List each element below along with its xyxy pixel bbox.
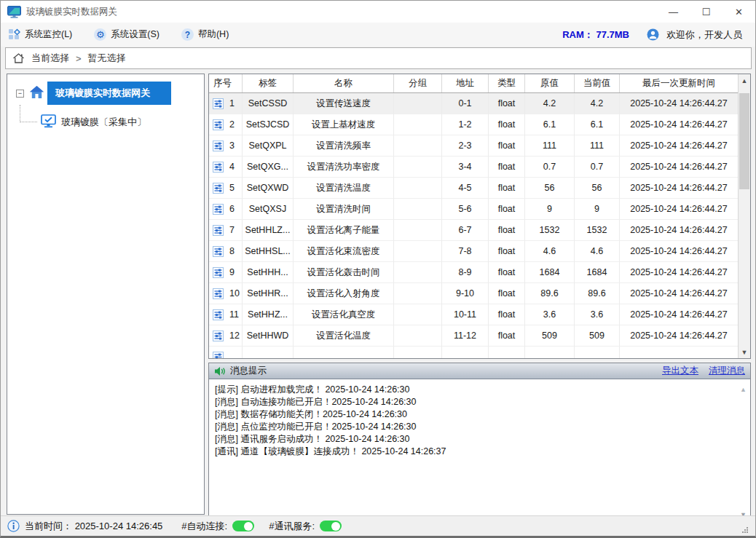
message-line: [消息] 通讯服务启动成功！ 2025-10-24 14:26:30 xyxy=(215,433,744,446)
table-row[interactable]: 4SetQXG...设置清洗功率密度3-4float0.70.72025-10-… xyxy=(209,157,738,178)
resize-grip-icon[interactable] xyxy=(741,526,749,534)
clear-messages-link[interactable]: 清理消息 xyxy=(709,365,745,377)
table-cell: 设置清洗频率 xyxy=(294,135,394,157)
table-row[interactable]: 8SetHHSL...设置活化束流密度7-8float4.64.62025-10… xyxy=(209,241,738,262)
table-row[interactable]: 5SetQXWD设置清洗温度4-5float56562025-10-24 14:… xyxy=(209,178,738,199)
table-cell: 2-3 xyxy=(442,135,489,157)
home-icon xyxy=(29,85,44,102)
comm-service-status: #通讯服务: xyxy=(269,520,342,533)
tree-child-label: 玻璃镀膜〔采集中〕 xyxy=(61,116,146,129)
sliders-icon xyxy=(213,352,224,359)
breadcrumb: 当前选择 > 暂无选择 xyxy=(5,47,752,69)
app-icon xyxy=(7,6,21,18)
title-bar: 玻璃镀膜实时数据网关 — ☐ ✕ xyxy=(1,1,755,23)
table-cell: 9 xyxy=(525,199,575,220)
menu-label: 系统设置(S) xyxy=(111,28,160,41)
table-cell: 12 xyxy=(209,325,243,347)
grid-vertical-scrollbar[interactable]: ▲ ▼ xyxy=(738,74,750,358)
table-cell: 2025-10-24 14:26:44.27 xyxy=(620,262,738,283)
column-header[interactable]: 分组 xyxy=(394,74,442,92)
table-row[interactable]: 2SetSJCSD设置上基材速度1-2float6.16.12025-10-24… xyxy=(209,114,738,135)
table-cell: 1684 xyxy=(575,262,620,283)
export-text-link[interactable]: 导出文本 xyxy=(662,365,698,377)
table-cell: SetHHWD xyxy=(243,325,294,347)
table-cell: SetHHLZ... xyxy=(243,220,294,241)
table-row[interactable]: 6SetQXSJ设置清洗时间5-6float992025-10-24 14:26… xyxy=(209,199,738,220)
table-cell: 设置活化温度 xyxy=(294,325,394,347)
table-cell xyxy=(489,347,525,358)
table-cell: 1532 xyxy=(575,220,620,241)
table-cell: float xyxy=(489,178,525,199)
column-header[interactable]: 类型 xyxy=(489,74,525,92)
table-cell: 5 xyxy=(209,178,243,199)
table-cell xyxy=(575,347,620,358)
sliders-icon xyxy=(213,309,224,320)
table-cell: 2025-10-24 14:26:44.27 xyxy=(620,241,738,262)
tree-panel: − 玻璃镀膜实时数据网关 玻璃镀膜〔采集中〕 xyxy=(7,74,205,515)
table-cell: float xyxy=(489,157,525,178)
table-cell: 1-2 xyxy=(442,114,489,135)
table-cell: 11 xyxy=(209,304,243,325)
column-header[interactable]: 序号 xyxy=(209,74,243,92)
table-cell: 2 xyxy=(209,114,243,135)
column-header[interactable]: 最后一次更新时间 xyxy=(620,74,738,92)
table-cell: 8-9 xyxy=(442,262,489,283)
sliders-icon xyxy=(213,288,224,299)
table-cell: 3-4 xyxy=(442,157,489,178)
table-cell: float xyxy=(489,325,525,347)
table-cell xyxy=(243,347,294,358)
table-row[interactable]: 3SetQXPL设置清洗频率2-3float1111112025-10-24 1… xyxy=(209,135,738,157)
comm-service-toggle[interactable] xyxy=(320,521,342,531)
close-button[interactable]: ✕ xyxy=(722,1,755,23)
table-cell: SetHHZ... xyxy=(243,304,294,325)
auto-connect-toggle[interactable] xyxy=(232,521,254,531)
table-cell: SetQXWD xyxy=(243,178,294,199)
table-cell xyxy=(525,347,575,358)
menu-item-help[interactable]: ? 帮助(H) xyxy=(181,28,229,41)
table-row[interactable]: 11SetHHZ...设置活化真空度10-11float3.63.62025-1… xyxy=(209,304,738,325)
scroll-up-icon[interactable]: ▲ xyxy=(740,384,747,396)
table-cell: 2025-10-24 14:26:44.27 xyxy=(620,114,738,135)
message-panel-title: 消息提示 xyxy=(230,365,267,377)
menu-item-system-monitor[interactable]: 系统监控(L) xyxy=(8,28,72,41)
table-row[interactable]: 10SetHHR...设置活化入射角度9-10float89.689.62025… xyxy=(209,283,738,304)
table-cell: 3.6 xyxy=(575,304,620,325)
column-header[interactable]: 当前值 xyxy=(575,74,620,92)
message-line: [通讯] 通道【玻璃镀膜】连接成功！ 2025-10-24 14:26:37 xyxy=(215,446,744,458)
table-cell: 2025-10-24 14:26:44.27 xyxy=(620,157,738,178)
column-header[interactable]: 标签 xyxy=(243,74,294,92)
menu-item-system-settings[interactable]: ⚙ 系统设置(S) xyxy=(94,28,160,41)
tree-node-channel[interactable]: 玻璃镀膜〔采集中〕 xyxy=(7,112,204,132)
current-time: 当前时间： 2025-10-24 14:26:45 xyxy=(7,520,162,533)
table-cell: 11-12 xyxy=(442,325,489,347)
collapse-icon[interactable]: − xyxy=(16,90,24,98)
table-cell: 设置活化入射角度 xyxy=(294,283,394,304)
message-panel: 消息提示 导出文本 清理消息 ▲ ▼ [提示] 启动进程加载完成！ 2025-1… xyxy=(208,363,751,518)
scroll-down-icon[interactable]: ▼ xyxy=(739,346,750,358)
table-row[interactable]: 1SetCSSD设置传送速度0-1float4.24.22025-10-24 1… xyxy=(209,93,738,114)
breadcrumb-label: 当前选择 xyxy=(31,52,69,65)
table-row[interactable]: 12SetHHWD设置活化温度11-12float5095092025-10-2… xyxy=(209,325,738,347)
table-cell: 6.1 xyxy=(575,114,620,135)
table-row[interactable] xyxy=(209,347,738,358)
message-list[interactable]: ▲ ▼ [提示] 启动进程加载完成！ 2025-10-24 14:26:30[消… xyxy=(209,379,750,462)
message-line: [消息] 数据存储功能关闭！2025-10-24 14:26:30 xyxy=(215,408,744,421)
table-cell xyxy=(442,347,489,358)
table-cell: 10 xyxy=(209,283,243,304)
tree-node-root[interactable]: − 玻璃镀膜实时数据网关 xyxy=(7,82,204,105)
table-cell: float xyxy=(489,262,525,283)
table-row[interactable]: 7SetHHLZ...设置活化离子能量6-7float153215322025-… xyxy=(209,220,738,241)
table-header-row: 序号 标签 名称 分组 地址 类型 原值 当前值 最后一次更新时间 xyxy=(209,74,738,93)
table-cell: 设置活化轰击时间 xyxy=(294,262,394,283)
table-cell: 2025-10-24 14:26:44.27 xyxy=(620,283,738,304)
column-header[interactable]: 名称 xyxy=(294,74,394,92)
table-cell: 设置清洗温度 xyxy=(294,178,394,199)
scrollbar-thumb[interactable] xyxy=(739,93,749,189)
table-cell xyxy=(394,135,442,157)
column-header[interactable]: 地址 xyxy=(442,74,489,92)
minimize-button[interactable]: — xyxy=(657,1,690,23)
column-header[interactable]: 原值 xyxy=(525,74,575,92)
scroll-up-icon[interactable]: ▲ xyxy=(739,74,750,87)
table-row[interactable]: 9SetHHH...设置活化轰击时间8-9float168416842025-1… xyxy=(209,262,738,283)
maximize-button[interactable]: ☐ xyxy=(690,1,722,23)
